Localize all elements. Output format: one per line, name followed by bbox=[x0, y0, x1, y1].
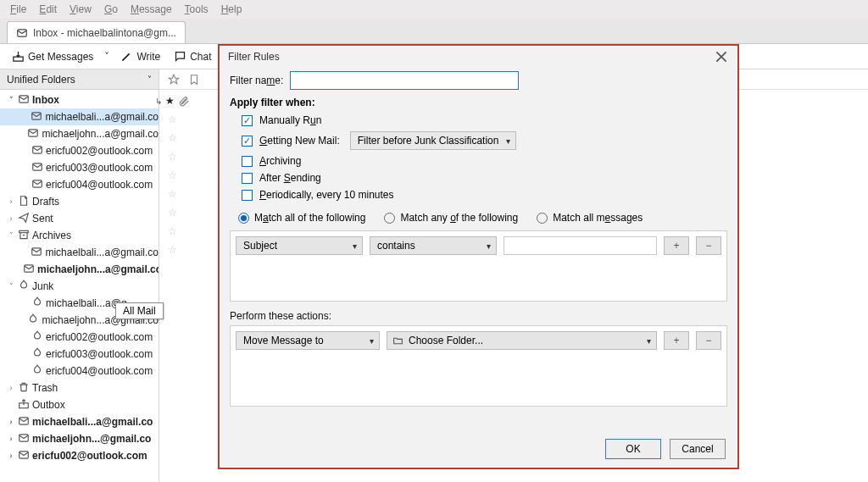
folder-node[interactable]: ˅Junk bbox=[0, 278, 159, 295]
star-outline-icon[interactable]: ☆ bbox=[168, 114, 177, 125]
checkbox-checked-icon bbox=[242, 115, 253, 126]
folder-node[interactable]: ›Drafts bbox=[0, 193, 159, 210]
chat-icon bbox=[174, 50, 186, 63]
twisty-icon: › bbox=[7, 384, 15, 392]
menu-bar: File Edit View Go Message Tools Help bbox=[0, 0, 868, 19]
pin-icon[interactable] bbox=[168, 74, 180, 86]
folder-label: michaelbali...a@gmail.co bbox=[45, 247, 159, 258]
opt-manual-run[interactable]: Manually Run bbox=[242, 114, 727, 126]
reply-indicator-icon: ↳ bbox=[155, 97, 162, 106]
radio-match-any[interactable]: Match any of the following bbox=[384, 212, 518, 224]
opt-after-sending[interactable]: After Sending bbox=[242, 172, 727, 184]
star-outline-icon[interactable]: ☆ bbox=[168, 225, 177, 237]
folder-node[interactable]: ›Sent bbox=[0, 210, 159, 227]
folder-node[interactable]: ericfu004@outlook.com bbox=[0, 176, 159, 193]
chevron-down-icon: ˅ bbox=[147, 75, 152, 84]
radio-match-all[interactable]: Match all of the following bbox=[238, 212, 365, 224]
mail-icon bbox=[18, 449, 30, 463]
get-messages-caret[interactable]: ˅ bbox=[102, 51, 112, 63]
folder-label: ericfu002@outlook.com bbox=[32, 450, 147, 462]
folder-node[interactable]: michaelbali...a@gmail.co bbox=[0, 244, 159, 261]
folder-sidebar: Unified Folders ˅ ˅Inboxmichaelbali...a@… bbox=[0, 69, 159, 482]
ok-button[interactable]: OK bbox=[605, 439, 661, 459]
folder-node[interactable]: ˅Inbox bbox=[0, 91, 159, 108]
tab-label: Inbox - michaelbalintona@gm... bbox=[33, 27, 176, 39]
folder-label: michaeljohn...a@gmail.co bbox=[37, 263, 159, 275]
menu-message[interactable]: Message bbox=[125, 2, 177, 17]
conditions-box: Subject contains + − bbox=[230, 230, 727, 302]
action-add-button[interactable]: + bbox=[664, 331, 689, 350]
radio-match-all-messages[interactable]: Match all messages bbox=[537, 212, 643, 224]
condition-op-select[interactable]: contains bbox=[370, 236, 497, 255]
folder-node[interactable]: ˅Archives bbox=[0, 227, 159, 244]
folder-label: michaeljohn...a@gmail.co bbox=[42, 128, 159, 140]
tooltip-all-mail: All Mail bbox=[115, 302, 164, 319]
folder-node[interactable]: michaelbali...a@gmail.co bbox=[0, 108, 159, 125]
star-outline-icon[interactable]: ☆ bbox=[168, 207, 177, 219]
action-remove-button[interactable]: − bbox=[696, 331, 721, 350]
star-outline-icon[interactable]: ☆ bbox=[168, 244, 177, 256]
filter-name-input[interactable] bbox=[290, 71, 519, 90]
opt-periodically[interactable]: Periodically, every 10 minutes bbox=[242, 189, 727, 201]
menu-tools[interactable]: Tools bbox=[180, 2, 214, 17]
menu-edit[interactable]: Edit bbox=[34, 2, 62, 17]
folder-label: Sent bbox=[32, 213, 53, 224]
folder-node[interactable]: ericfu002@outlook.com bbox=[0, 329, 159, 346]
opt-archiving[interactable]: Archiving bbox=[242, 155, 727, 167]
menu-go[interactable]: Go bbox=[99, 2, 123, 17]
menu-help[interactable]: Help bbox=[216, 2, 248, 17]
condition-value-input[interactable] bbox=[504, 236, 657, 255]
folder-label: Junk bbox=[32, 280, 53, 292]
junk-icon bbox=[31, 347, 43, 362]
actions-label: Perform these actions: bbox=[230, 310, 727, 322]
folder-node[interactable]: ericfu003@outlook.com bbox=[0, 159, 159, 176]
star-outline-icon[interactable]: ☆ bbox=[168, 169, 177, 181]
cancel-button[interactable]: Cancel bbox=[670, 439, 726, 459]
folder-node[interactable]: ›michaeljohn...@gmail.co bbox=[0, 430, 159, 447]
folder-node[interactable]: ericfu002@outlook.com bbox=[0, 142, 159, 159]
menu-view[interactable]: View bbox=[64, 2, 97, 17]
condition-remove-button[interactable]: − bbox=[696, 236, 721, 255]
folder-tree: ˅Inboxmichaelbali...a@gmail.comichaeljoh… bbox=[0, 90, 159, 482]
star-outline-icon[interactable]: ☆ bbox=[168, 151, 177, 163]
folder-node[interactable]: michaeljohn...a@gmail.co bbox=[0, 261, 159, 278]
apply-when-label: Apply filter when: bbox=[230, 97, 727, 108]
junk-classification-select[interactable]: Filter before Junk Classification bbox=[350, 131, 517, 150]
folder-label: ericfu002@outlook.com bbox=[46, 331, 153, 343]
folder-node[interactable]: ericfu004@outlook.com bbox=[0, 363, 159, 380]
condition-add-button[interactable]: + bbox=[664, 236, 689, 255]
folder-label: Inbox bbox=[32, 94, 59, 106]
folder-node[interactable]: ›Trash bbox=[0, 380, 159, 396]
folder-panel-header[interactable]: Unified Folders ˅ bbox=[0, 69, 159, 90]
folder-label: Outbox bbox=[32, 399, 65, 411]
chat-button[interactable]: Chat bbox=[169, 47, 216, 65]
radio-unchecked-icon bbox=[537, 213, 548, 224]
condition-field-select[interactable]: Subject bbox=[236, 236, 363, 255]
inbox-icon bbox=[31, 178, 43, 192]
folder-node[interactable]: ›ericfu002@outlook.com bbox=[0, 447, 159, 464]
opt-getting-new-mail[interactable]: Getting New Mail: Filter before Junk Cla… bbox=[242, 131, 727, 150]
folder-label: ericfu004@outlook.com bbox=[46, 365, 153, 377]
twisty-icon: › bbox=[7, 197, 15, 206]
close-button[interactable] bbox=[714, 49, 729, 64]
tab-inbox[interactable]: Inbox - michaelbalintona@gm... bbox=[7, 21, 186, 43]
menu-file[interactable]: File bbox=[5, 2, 31, 17]
action-type-select[interactable]: Move Message to bbox=[236, 331, 380, 350]
folder-node[interactable]: michaeljohn...a@gmail.co bbox=[0, 125, 159, 142]
junk-icon bbox=[31, 364, 43, 379]
folder-node[interactable]: ›michaelbali...a@gmail.co bbox=[0, 413, 159, 430]
star-outline-icon[interactable]: ☆ bbox=[168, 188, 177, 200]
outbox-icon bbox=[18, 398, 30, 413]
get-messages-button[interactable]: Get Messages bbox=[7, 47, 98, 65]
star-outline-icon[interactable]: ☆ bbox=[168, 132, 177, 144]
inbox-icon bbox=[18, 93, 30, 108]
star-filled-icon[interactable]: ★ bbox=[165, 95, 175, 107]
folder-node[interactable]: ericfu003@outlook.com bbox=[0, 346, 159, 363]
folder-label: michaelbali...a@gmail.co bbox=[45, 111, 159, 123]
dialog-title: Filter Rules bbox=[228, 51, 280, 63]
bookmark-icon[interactable] bbox=[188, 74, 200, 86]
choose-folder-button[interactable]: Choose Folder... bbox=[387, 331, 657, 350]
folder-label: michaelbali...a@gmail.co bbox=[32, 416, 153, 428]
write-button[interactable]: Write bbox=[115, 47, 165, 65]
folder-node[interactable]: Outbox bbox=[0, 396, 159, 413]
